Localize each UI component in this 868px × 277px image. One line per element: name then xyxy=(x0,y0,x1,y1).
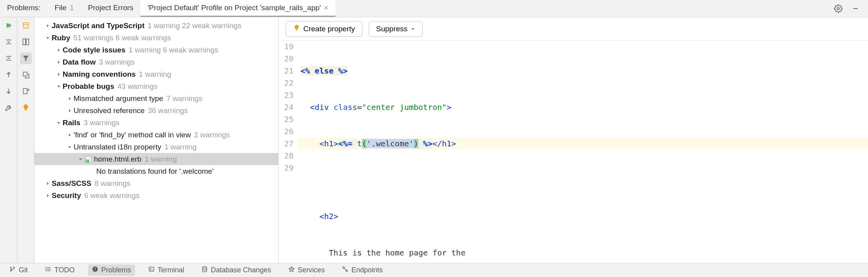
group-by-icon[interactable] xyxy=(20,20,32,31)
problems-toolbar-col1 xyxy=(0,17,17,263)
tree-node-rails[interactable]: Rails 3 warnings xyxy=(34,117,278,129)
wrench-icon[interactable] xyxy=(3,102,14,113)
tool-terminal-label: Terminal xyxy=(158,266,184,274)
inspection-tree[interactable]: JavaScript and TypeScript 1 warning 22 w… xyxy=(34,17,279,263)
tree-node-sass[interactable]: Sass/SCSS 8 warnings xyxy=(34,177,278,189)
chevron-down-icon xyxy=(55,83,63,90)
warning-icon xyxy=(92,266,98,274)
code-content[interactable]: <% else %> <div class="center jumbotron"… xyxy=(297,41,868,263)
tool-endpoints[interactable]: Endpoints xyxy=(338,264,387,276)
filter-icon[interactable] xyxy=(20,52,32,64)
tree-meta: 43 warnings xyxy=(117,82,157,91)
problems-tabs-row: Problems: File 1 Project Errors 'Project… xyxy=(0,0,868,17)
tab-file-label: File xyxy=(55,4,67,12)
line-number: 19 xyxy=(279,41,294,53)
code-line-22 xyxy=(297,174,868,186)
chevron-right-icon xyxy=(44,22,52,30)
tree-meta: 1 warning 22 weak warnings xyxy=(148,22,241,30)
suppress-button[interactable]: Suppress xyxy=(369,21,423,37)
svg-rect-10 xyxy=(23,39,25,45)
chevron-down-icon xyxy=(66,143,74,151)
tree-node-ruby[interactable]: Ruby 51 warnings 6 weak warnings xyxy=(34,32,278,44)
tree-label: Security xyxy=(52,191,81,200)
tool-todo-label: TODO xyxy=(54,266,75,274)
editor-toolbar: Create property Suppress xyxy=(279,17,868,41)
tool-terminal[interactable]: Terminal xyxy=(144,264,188,276)
tree-meta: 1 warning xyxy=(139,70,171,79)
tree-leaf-no-translations[interactable]: No translations found for '.welcome' xyxy=(34,165,278,177)
tab-problems-heading: Problems: xyxy=(0,0,48,17)
chevron-down-icon xyxy=(44,34,52,42)
export-icon[interactable] xyxy=(20,85,32,97)
tool-git[interactable]: Git xyxy=(5,264,32,276)
tab-inspection-profile[interactable]: 'Project Default' Profile on Project 'sa… xyxy=(140,0,335,17)
svg-point-20 xyxy=(14,267,15,268)
next-occurrence-icon[interactable] xyxy=(3,85,14,97)
code-editor[interactable]: 19 20 21 22 23 24 25 26 27 28 29 <% else… xyxy=(279,41,868,263)
svg-point-25 xyxy=(46,267,46,268)
tree-node-data-flow[interactable]: Data flow 3 warnings xyxy=(34,56,278,68)
tree-node-file-home[interactable]: R home.html.erb 1 warning xyxy=(34,153,278,165)
list-icon xyxy=(45,266,51,274)
intention-bulb-icon[interactable] xyxy=(20,102,32,113)
tree-meta: 8 warnings xyxy=(94,179,130,188)
tree-node-probable-bugs[interactable]: Probable bugs 43 warnings xyxy=(34,80,278,92)
tree-node-find-by[interactable]: 'find' or 'find_by' method call in view … xyxy=(34,129,278,141)
collapse-all-icon[interactable] xyxy=(3,52,14,64)
tool-database-changes[interactable]: Database Changes xyxy=(198,264,275,276)
rerun-icon[interactable] xyxy=(3,20,14,31)
tree-label: Sass/SCSS xyxy=(52,179,91,188)
svg-rect-13 xyxy=(23,88,27,94)
tree-node-js-ts[interactable]: JavaScript and TypeScript 1 warning 22 w… xyxy=(34,20,278,32)
tool-window-bar: Git TODO Problems Terminal Database Chan… xyxy=(0,263,868,277)
chevron-right-icon xyxy=(66,131,74,139)
tree-node-code-style[interactable]: Code style issues 1 warning 6 weak warni… xyxy=(34,44,278,56)
tree-meta: 1 warning xyxy=(164,143,196,151)
create-property-button[interactable]: Create property xyxy=(286,21,362,37)
svg-text:R: R xyxy=(86,159,88,162)
svg-rect-8 xyxy=(23,23,28,28)
chevron-right-icon xyxy=(44,180,52,187)
tree-label: Rails xyxy=(63,119,80,127)
tool-problems[interactable]: Problems xyxy=(88,264,135,276)
code-line-19: <% else %> xyxy=(297,65,868,77)
tab-project-errors[interactable]: Project Errors xyxy=(81,0,140,17)
tree-meta: 2 warnings xyxy=(194,131,230,139)
tool-endpoints-label: Endpoints xyxy=(351,266,383,274)
code-line-23: <h2> xyxy=(297,210,868,223)
erb-file-icon: R xyxy=(85,156,92,163)
chevron-right-icon xyxy=(44,192,52,200)
line-number: 21 xyxy=(279,65,294,77)
tree-label: 'find' or 'find_by' method call in view xyxy=(74,131,191,139)
gear-icon[interactable] xyxy=(833,3,844,14)
autoscroll-icon[interactable] xyxy=(20,69,32,81)
svg-point-33 xyxy=(202,266,207,268)
tree-node-mismatched[interactable]: Mismatched argument type 7 warnings xyxy=(34,92,278,104)
tab-file-count: 1 xyxy=(70,4,74,12)
tree-label: Naming conventions xyxy=(63,70,136,79)
tool-todo[interactable]: TODO xyxy=(41,264,79,276)
tree-node-unresolved[interactable]: Unresolved reference 36 warnings xyxy=(34,104,278,117)
tool-services-label: Services xyxy=(298,266,325,274)
branch-icon xyxy=(9,266,16,274)
tree-node-untranslated[interactable]: Untranslated i18n property 1 warning xyxy=(34,141,278,153)
tree-meta: 3 warnings xyxy=(83,119,119,127)
line-number: 26 xyxy=(279,126,294,138)
tree-node-naming[interactable]: Naming conventions 1 warning xyxy=(34,68,278,80)
bulb-icon xyxy=(293,24,300,33)
tool-services[interactable]: Services xyxy=(285,264,329,276)
view-options-icon[interactable] xyxy=(20,36,32,48)
tree-label: JavaScript and TypeScript xyxy=(52,22,144,30)
minimize-icon[interactable] xyxy=(850,3,861,14)
tree-label: Ruby xyxy=(52,34,70,42)
tab-file[interactable]: File 1 xyxy=(48,0,81,17)
line-number: 29 xyxy=(279,162,294,174)
tab-inspection-profile-label: 'Project Default' Profile on Project 'sa… xyxy=(148,4,321,12)
expand-all-icon[interactable] xyxy=(3,36,14,48)
chevron-right-icon xyxy=(66,95,74,103)
tool-db-label: Database Changes xyxy=(211,266,271,274)
close-icon[interactable]: × xyxy=(324,4,328,12)
tree-node-security[interactable]: Security 6 weak warnings xyxy=(34,189,278,201)
prev-occurrence-icon[interactable] xyxy=(3,69,14,81)
tab-project-errors-label: Project Errors xyxy=(88,4,133,12)
